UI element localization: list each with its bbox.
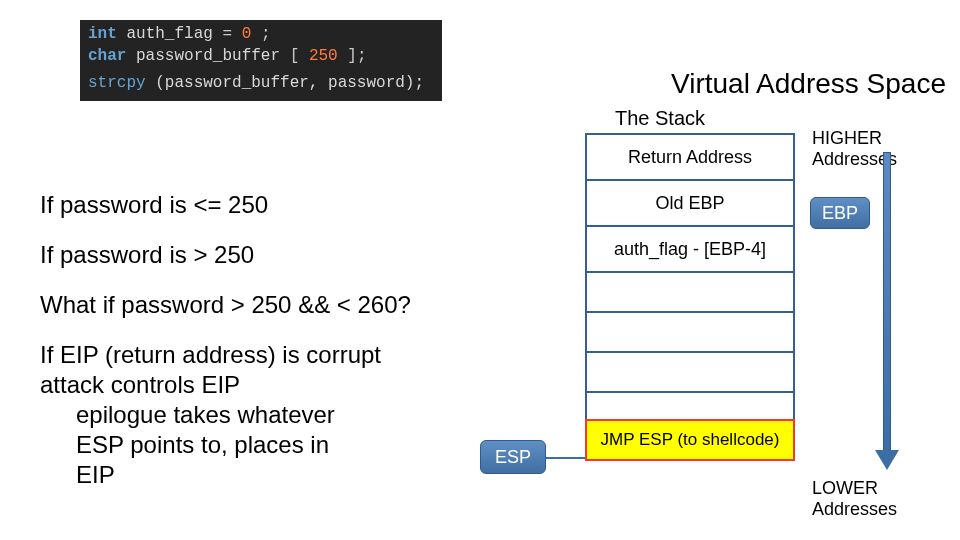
para-1: If password is <= 250 <box>40 190 460 220</box>
esp-connector-line <box>546 457 585 459</box>
p4-line2: attack controls EIP <box>40 370 460 400</box>
stack-diagram: Return Address Old EBP auth_flag - [EBP-… <box>585 135 795 461</box>
page-title: Virtual Address Space <box>671 68 946 100</box>
lower-addresses-label: LOWER Addresses <box>812 478 960 520</box>
address-direction-arrow <box>880 152 894 468</box>
stack-cell-empty-4 <box>585 391 795 421</box>
p4-line1: If EIP (return address) is corrupt <box>40 340 460 370</box>
keyword-char: char <box>88 47 126 65</box>
strcpy-args: (password_buffer, password); <box>155 74 424 92</box>
p4-line5: EIP <box>40 460 460 490</box>
stack-cell-auth-flag: auth_flag - [EBP-4] <box>585 225 795 273</box>
literal-zero: 0 <box>242 25 252 43</box>
para-2: If password is > 250 <box>40 240 460 270</box>
arrow-head-icon <box>875 450 899 470</box>
arrow-shaft <box>883 152 891 452</box>
esp-pointer-pill: ESP <box>480 440 546 474</box>
p4-line4: ESP points to, places in <box>40 430 460 460</box>
literal-250: 250 <box>309 47 338 65</box>
para-4: If EIP (return address) is corrupt attac… <box>40 340 460 490</box>
p4-line3: epilogue takes whatever <box>40 400 460 430</box>
para-3: What if password > 250 && < 260? <box>40 290 460 320</box>
bracket-open: [ <box>290 47 300 65</box>
explanation-text: If password is <= 250 If password is > 2… <box>40 190 460 490</box>
keyword-int: int <box>88 25 117 43</box>
stack-cell-empty-1 <box>585 271 795 313</box>
eq-sign: = <box>222 25 241 43</box>
stack-cell-return-address: Return Address <box>585 133 795 181</box>
stack-cell-empty-2 <box>585 311 795 353</box>
stack-cell-jmp-esp: JMP ESP (to shellcode) <box>585 419 795 461</box>
fn-strcpy: strcpy <box>88 74 146 92</box>
stack-header: The Stack <box>615 107 705 130</box>
code-line-1: int auth_flag = 0 ; <box>88 24 434 46</box>
code-line-2: char password_buffer [ 250 ]; <box>88 46 434 68</box>
code-block: int auth_flag = 0 ; char password_buffer… <box>80 20 442 101</box>
stack-cell-empty-3 <box>585 351 795 393</box>
code-line-3: strcpy (password_buffer, password); <box>88 73 434 95</box>
bracket-close: ]; <box>347 47 366 65</box>
semicolon-1: ; <box>261 25 271 43</box>
ident-pwbuffer: password_buffer <box>136 47 280 65</box>
stack-cell-old-ebp: Old EBP <box>585 179 795 227</box>
ebp-pointer-pill: EBP <box>810 197 870 229</box>
ident-authflag: auth_flag <box>126 25 212 43</box>
